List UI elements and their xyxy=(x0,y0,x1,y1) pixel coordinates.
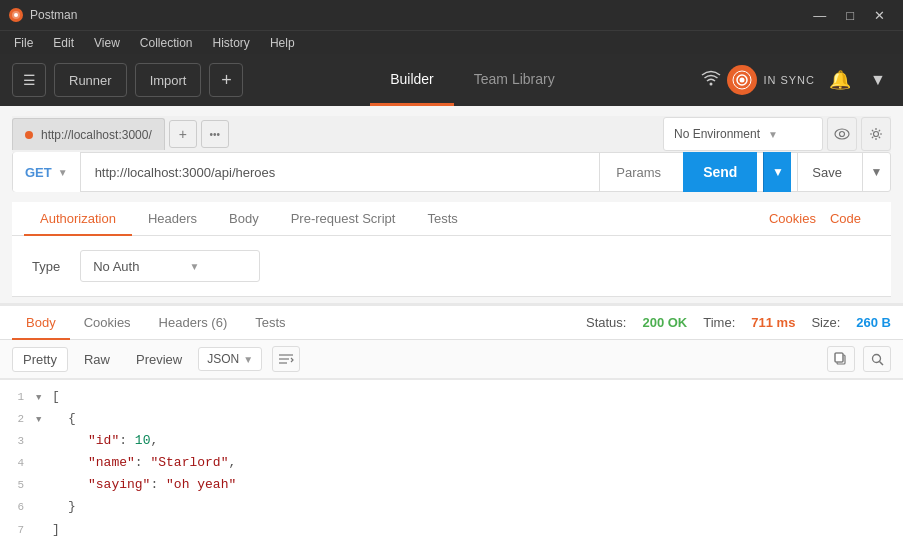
json-content: 1 ▼ [ 2 ▼ { 3 "id": 10, 4 xyxy=(0,380,903,547)
menu-history[interactable]: History xyxy=(203,34,260,52)
http-method-select[interactable]: GET ▼ xyxy=(13,152,81,192)
save-button[interactable]: Save xyxy=(797,152,856,192)
environment-settings-button[interactable] xyxy=(861,117,891,151)
time-value: 711 ms xyxy=(751,315,795,330)
nav-tabs: Builder Team Library xyxy=(251,54,693,106)
maximize-button[interactable]: □ xyxy=(836,0,864,30)
close-button[interactable]: ✕ xyxy=(864,0,895,30)
env-select-text: No Environment xyxy=(674,127,760,141)
params-button[interactable]: Params xyxy=(599,152,677,192)
method-label: GET xyxy=(25,165,52,180)
postman-logo-icon xyxy=(8,7,24,23)
send-button[interactable]: Send xyxy=(683,152,757,192)
menu-file[interactable]: File xyxy=(4,34,43,52)
copy-response-button[interactable] xyxy=(827,346,855,372)
svg-line-17 xyxy=(879,361,883,365)
svg-point-16 xyxy=(872,354,880,362)
svg-point-6 xyxy=(740,78,745,83)
window-controls: — □ ✕ xyxy=(803,0,895,30)
svg-point-9 xyxy=(874,132,879,137)
tab-pre-request-script[interactable]: Pre-request Script xyxy=(275,203,412,236)
format-pretty-button[interactable]: Pretty xyxy=(12,347,68,372)
code-link[interactable]: Code xyxy=(822,203,867,234)
new-request-tab-button[interactable]: + xyxy=(169,120,197,148)
type-label: Type xyxy=(32,259,60,274)
env-chevron-icon: ▼ xyxy=(768,129,778,140)
menu-collection[interactable]: Collection xyxy=(130,34,203,52)
svg-point-7 xyxy=(835,129,849,139)
status-value: 200 OK xyxy=(642,315,687,330)
json-line-2: 2 ▼ { xyxy=(0,408,903,430)
tab-authorization[interactable]: Authorization xyxy=(24,203,132,236)
svg-point-3 xyxy=(710,83,713,86)
new-tab-button[interactable]: + xyxy=(209,63,243,97)
sync-status: IN SYNC xyxy=(763,74,815,86)
sidebar-toggle-button[interactable]: ☰ xyxy=(12,63,46,97)
request-sub-tabs: Authorization Headers Body Pre-request S… xyxy=(12,202,891,236)
response-section: Body Cookies Headers (6) Tests Status: 2… xyxy=(0,303,903,547)
wrap-icon-button[interactable] xyxy=(272,346,300,372)
tab-tests[interactable]: Tests xyxy=(411,203,473,236)
json-line-5: 5 "saying": "oh yeah" xyxy=(0,474,903,496)
format-raw-button[interactable]: Raw xyxy=(74,348,120,371)
cookies-code-links: Cookies Code xyxy=(763,203,879,234)
resp-tab-headers[interactable]: Headers (6) xyxy=(145,307,242,340)
json-line-4: 4 "name": "Starlord", xyxy=(0,452,903,474)
menu-view[interactable]: View xyxy=(84,34,130,52)
toolbar: ☰ Runner Import + Builder Team Library xyxy=(0,54,903,106)
app-title: Postman xyxy=(30,8,77,22)
new-tab-icon: + xyxy=(221,70,232,91)
more-tabs-button[interactable]: ••• xyxy=(201,120,229,148)
request-tabs-bar: http://localhost:3000/ + ••• No Environm… xyxy=(12,116,891,152)
tab-headers[interactable]: Headers xyxy=(132,203,213,236)
search-response-button[interactable] xyxy=(863,346,891,372)
menubar: File Edit View Collection History Help xyxy=(0,30,903,54)
main-content: http://localhost:3000/ + ••• No Environm… xyxy=(0,106,903,303)
resp-tab-body[interactable]: Body xyxy=(12,307,70,340)
json-line-7: 7 ] xyxy=(0,519,903,541)
cookies-link[interactable]: Cookies xyxy=(763,203,822,234)
format-type-select[interactable]: JSON ▼ xyxy=(198,347,262,371)
sync-badge: IN SYNC xyxy=(701,65,815,95)
auth-type-select[interactable]: No Auth ▼ xyxy=(80,250,260,282)
minimize-button[interactable]: — xyxy=(803,0,836,30)
request-url-input[interactable] xyxy=(87,165,594,180)
menu-expand-button[interactable]: ▼ xyxy=(865,63,891,97)
resp-tab-cookies[interactable]: Cookies xyxy=(70,307,145,340)
tab-body[interactable]: Body xyxy=(213,203,275,236)
environment-eye-button[interactable] xyxy=(827,117,857,151)
postman-avatar xyxy=(727,65,757,95)
size-label: Size: xyxy=(811,315,840,330)
tab-builder[interactable]: Builder xyxy=(370,54,454,106)
time-label: Time: xyxy=(703,315,735,330)
auth-panel: Type No Auth ▼ xyxy=(12,236,891,297)
response-body: 1 ▼ [ 2 ▼ { 3 "id": 10, 4 xyxy=(0,379,903,547)
format-type-value: JSON xyxy=(207,352,239,366)
format-type-chevron-icon: ▼ xyxy=(243,354,253,365)
svg-rect-14 xyxy=(835,353,843,362)
titlebar: Postman — □ ✕ xyxy=(0,0,903,30)
resp-tab-tests[interactable]: Tests xyxy=(241,307,299,340)
sidebar-icon: ☰ xyxy=(23,72,36,88)
import-button[interactable]: Import xyxy=(135,63,202,97)
response-tabs-row: Body Cookies Headers (6) Tests Status: 2… xyxy=(0,306,903,340)
wifi-icon xyxy=(701,70,721,90)
notifications-button[interactable]: 🔔 xyxy=(823,63,857,97)
menu-edit[interactable]: Edit xyxy=(43,34,84,52)
request-tab[interactable]: http://localhost:3000/ xyxy=(12,118,165,150)
size-value: 260 B xyxy=(856,315,891,330)
tab-team-library[interactable]: Team Library xyxy=(454,54,575,106)
json-line-3: 3 "id": 10, xyxy=(0,430,903,452)
auth-type-value: No Auth xyxy=(93,259,139,274)
save-dropdown-button[interactable]: ▼ xyxy=(862,152,890,192)
titlebar-left: Postman xyxy=(8,7,77,23)
menu-help[interactable]: Help xyxy=(260,34,305,52)
runner-button[interactable]: Runner xyxy=(54,63,127,97)
send-dropdown-button[interactable]: ▼ xyxy=(763,152,791,192)
status-label: Status: xyxy=(586,315,626,330)
environment-select[interactable]: No Environment ▼ xyxy=(663,117,823,151)
tab-url: http://localhost:3000/ xyxy=(41,128,152,142)
json-line-6: 6 } xyxy=(0,496,903,518)
format-preview-button[interactable]: Preview xyxy=(126,348,192,371)
response-status-row: Status: 200 OK Time: 711 ms Size: 260 B xyxy=(586,309,891,336)
